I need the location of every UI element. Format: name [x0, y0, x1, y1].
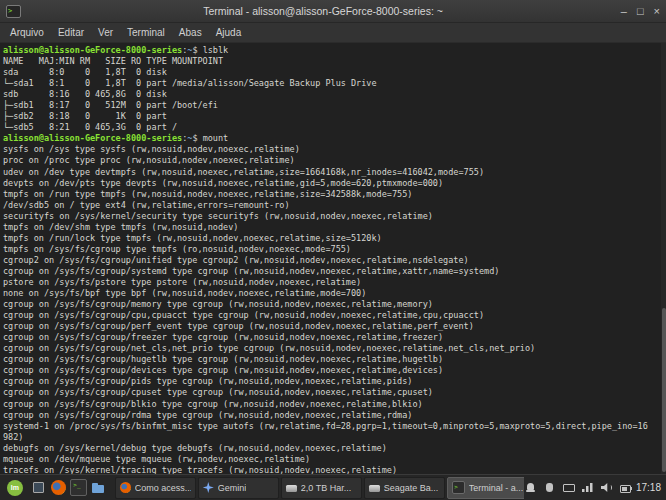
terminal-output-line: devpts on /dev/pts type devpts (rw,nosui…	[3, 178, 666, 189]
terminal[interactable]: alisson@alisson-GeForce-8000-series:~$ l…	[0, 43, 666, 474]
terminal-output-line: proc on /proc type proc (rw,nosuid,nodev…	[3, 155, 666, 166]
keyboard-icon[interactable]	[562, 481, 575, 494]
window-controls: – □ ×	[621, 0, 660, 22]
terminal-output-line: cgroup on /sys/fs/cgroup/rdma type cgrou…	[3, 410, 666, 421]
terminal-window-icon	[6, 5, 21, 18]
terminal-output-line: └─sdb5 8:21 0 465,3G 0 part /	[3, 122, 666, 133]
terminal-output-line: /dev/sdb5 on / type ext4 (rw,relatime,er…	[3, 200, 666, 211]
browser-icon	[120, 482, 131, 493]
files-icon	[91, 480, 106, 495]
terminal-output-line: cgroup on /sys/fs/cgroup/freezer type cg…	[3, 332, 666, 343]
terminal-output-line: cgroup on /sys/fs/cgroup/cpuset type cgr…	[3, 387, 666, 398]
menu-ajuda[interactable]: Ajuda	[209, 25, 249, 40]
window-button-label: Gemini	[218, 483, 247, 493]
launcher-area	[29, 477, 109, 499]
terminal-output: alisson@alisson-GeForce-8000-series:~$ l…	[3, 45, 666, 474]
scrollbar-handle[interactable]	[662, 308, 666, 472]
window-button-label: Seagate Ba...	[384, 483, 439, 493]
network-icon[interactable]	[581, 481, 594, 494]
terminal-output-line: debugfs on /sys/kernel/debug type debugf…	[3, 443, 666, 454]
mint-menu-button[interactable]	[3, 476, 27, 499]
window-list: Como acess...Gemini2,0 TB Har...Seagate …	[115, 477, 524, 499]
drive-icon	[369, 485, 380, 492]
window-title: Terminal - alisson@alisson-GeForce-8000-…	[50, 0, 596, 22]
menu-abas[interactable]: Abas	[172, 25, 209, 40]
taskbar-window-button[interactable]: Seagate Ba...	[364, 477, 445, 499]
drive-icon	[286, 485, 297, 492]
terminal-output-line: tmpfs on /run/lock type tmpfs (rw,nosuid…	[3, 233, 666, 244]
terminal-output-line: cgroup on /sys/fs/cgroup/blkio type cgro…	[3, 399, 666, 410]
menu-editar[interactable]: Editar	[51, 25, 91, 40]
system-tray	[524, 481, 632, 494]
terminal-output-line: cgroup on /sys/fs/cgroup/perf_event type…	[3, 321, 666, 332]
shield-icon[interactable]	[543, 481, 556, 494]
terminal-output-line: securityfs on /sys/kernel/security type …	[3, 211, 666, 222]
terminal-output-line: └─sda1 8:1 0 1,8T 0 part /media/alisson/…	[3, 78, 666, 89]
terminal-output-line: sysfs on /sys type sysfs (rw,nosuid,node…	[3, 144, 666, 155]
terminal-output-line: ├─sdb2 8:18 0 1K 0 part	[3, 111, 666, 122]
minimize-button[interactable]: –	[621, 0, 627, 22]
terminal-output-line: none on /sys/fs/bpf type bpf (rw,nosuid,…	[3, 288, 666, 299]
gemini-icon	[203, 482, 214, 493]
menubar: ArquivoEditarVerTerminalAbasAjuda	[0, 23, 666, 43]
terminal-output-line: tmpfs on /dev/shm type tmpfs (rw,nosuid,…	[3, 222, 666, 233]
terminal-output-line: cgroup on /sys/fs/cgroup/systemd type cg…	[3, 266, 666, 277]
bell-icon[interactable]	[524, 481, 537, 494]
terminal-output-line: ├─sdb1 8:17 0 512M 0 part /boot/efi	[3, 100, 666, 111]
battery-icon[interactable]	[619, 481, 632, 494]
terminal-output-line: tmpfs on /sys/fs/cgroup type tmpfs (ro,n…	[3, 244, 666, 255]
show-desktop-icon	[31, 480, 46, 495]
window-button-label: Terminal - a...	[469, 483, 523, 493]
menu-ver[interactable]: Ver	[91, 25, 120, 40]
menu-terminal[interactable]: Terminal	[120, 25, 172, 40]
terminal-output-line: tracefs on /sys/kernel/tracing type trac…	[3, 465, 666, 474]
terminal-output-line: systemd-1 on /proc/sys/fs/binfmt_misc ty…	[3, 421, 666, 432]
terminal-output-line: sdb 8:16 0 465,8G 0 disk	[3, 89, 666, 100]
terminal-prompt-line: alisson@alisson-GeForce-8000-series:~$ m…	[3, 133, 666, 144]
maximize-button[interactable]: □	[637, 0, 644, 22]
taskbar-window-button[interactable]: Como acess...	[115, 477, 196, 499]
terminal-app-launcher[interactable]	[69, 477, 89, 499]
terminal-prompt-line: alisson@alisson-GeForce-8000-series:~$ l…	[3, 45, 666, 56]
window-button-label: Como acess...	[135, 483, 191, 493]
terminal-output-line: cgroup2 on /sys/fs/cgroup/unified type c…	[3, 255, 666, 266]
terminal-win-icon	[452, 481, 465, 494]
taskbar-window-button[interactable]: Terminal - a...	[447, 477, 524, 499]
taskbar-window-button[interactable]: 2,0 TB Har...	[281, 477, 362, 499]
menu-arquivo[interactable]: Arquivo	[3, 25, 51, 40]
desktop-screen: Terminal - alisson@alisson-GeForce-8000-…	[0, 0, 666, 500]
terminal-output-line: cgroup on /sys/fs/cgroup/cpu,cpuacct typ…	[3, 310, 666, 321]
taskbar-panel: Como acess...Gemini2,0 TB Har...Seagate …	[0, 474, 666, 500]
close-button[interactable]: ×	[654, 0, 660, 22]
terminal-output-line: cgroup on /sys/fs/cgroup/hugetlb type cg…	[3, 354, 666, 365]
mint-logo-icon	[7, 480, 23, 496]
terminal-output-line: cgroup on /sys/fs/cgroup/memory type cgr…	[3, 299, 666, 310]
firefox-launcher[interactable]	[49, 477, 69, 499]
show-desktop-launcher[interactable]	[29, 477, 49, 499]
terminal-output-line: cgroup on /sys/fs/cgroup/net_cls,net_pri…	[3, 343, 666, 354]
terminal-output-line: NAME MAJ:MIN RM SIZE RO TYPE MOUNTPOINT	[3, 56, 666, 67]
terminal-output-line: 982)	[3, 432, 666, 443]
terminal-output-line: cgroup on /sys/fs/cgroup/pids type cgrou…	[3, 376, 666, 387]
terminal-output-line: cgroup on /sys/fs/cgroup/devices type cg…	[3, 365, 666, 376]
terminal-output-line: udev on /dev type devtmpfs (rw,nosuid,no…	[3, 167, 666, 178]
terminal-output-line: sda 8:0 0 1,8T 0 disk	[3, 67, 666, 78]
terminal-output-line: pstore on /sys/fs/pstore type pstore (rw…	[3, 277, 666, 288]
terminal-output-line: tmpfs on /run type tmpfs (rw,nosuid,node…	[3, 189, 666, 200]
files-launcher[interactable]	[89, 477, 109, 499]
titlebar[interactable]: Terminal - alisson@alisson-GeForce-8000-…	[0, 0, 666, 23]
terminal-app-icon	[70, 479, 87, 496]
terminal-output-line: mqueue on /dev/mqueue type mqueue (rw,no…	[3, 454, 666, 465]
clock[interactable]: 17:18	[636, 482, 661, 493]
taskbar-window-button[interactable]: Gemini	[198, 477, 279, 499]
window-button-label: 2,0 TB Har...	[301, 483, 351, 493]
volume-icon[interactable]	[600, 481, 613, 494]
terminal-scrollbar[interactable]	[661, 43, 666, 474]
firefox-icon	[51, 480, 66, 495]
